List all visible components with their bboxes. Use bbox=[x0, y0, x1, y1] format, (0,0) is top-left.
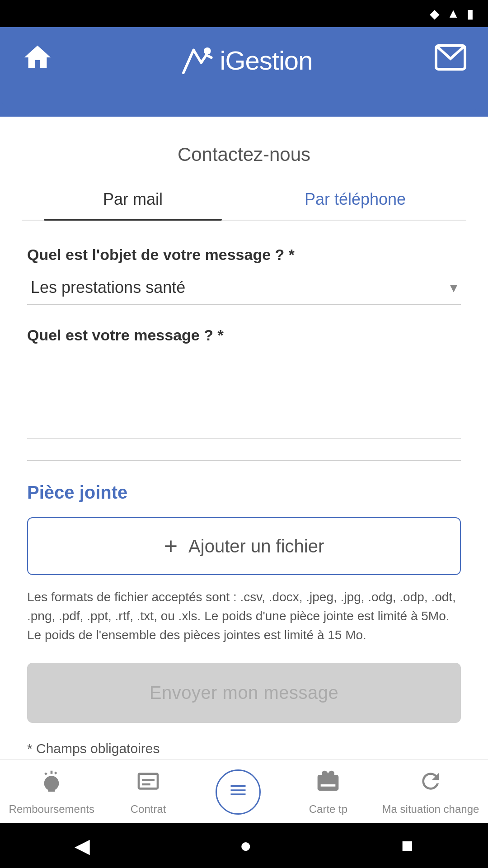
message-label: Quel est votre message ? * bbox=[27, 326, 461, 344]
send-button[interactable]: Envoyer mon message bbox=[27, 663, 461, 723]
recent-button[interactable]: ■ bbox=[401, 834, 413, 857]
home-button[interactable]: ● bbox=[239, 834, 252, 857]
mandatory-note: * Champs obligatoires bbox=[0, 741, 488, 759]
plus-icon: + bbox=[164, 534, 178, 558]
wifi-icon: ◆ bbox=[430, 6, 440, 21]
android-nav: ◀ ● ■ bbox=[0, 823, 488, 868]
message-input[interactable] bbox=[27, 351, 461, 439]
contrat-icon bbox=[136, 769, 161, 799]
nav-active-circle bbox=[216, 769, 261, 815]
back-button[interactable]: ◀ bbox=[75, 834, 90, 857]
carte-tp-icon bbox=[315, 769, 341, 799]
nav-contrat[interactable]: Contrat bbox=[112, 769, 184, 816]
nav-situation[interactable]: Ma situation change bbox=[382, 769, 479, 816]
add-file-label: Ajouter un fichier bbox=[188, 536, 324, 557]
signal-icon: ▲ bbox=[447, 6, 460, 21]
nav-contrat-label: Contrat bbox=[131, 803, 166, 816]
mail-icon[interactable] bbox=[435, 44, 466, 76]
bottom-nav: Remboursements Contrat Carte tp bbox=[0, 759, 488, 823]
piggy-icon bbox=[39, 769, 64, 799]
page-subtitle-wrap: Contactez-nous bbox=[0, 117, 488, 179]
tabs-container: Par mail Par téléphone bbox=[22, 179, 466, 221]
menu-icon bbox=[228, 780, 248, 804]
svg-point-0 bbox=[203, 47, 211, 55]
subject-select[interactable]: Les prestations santé ▾ bbox=[27, 271, 461, 305]
chevron-down-icon: ▾ bbox=[450, 279, 457, 296]
tab-phone[interactable]: Par téléphone bbox=[244, 179, 466, 220]
app-header: iGestion bbox=[0, 27, 488, 117]
battery-icon: ▮ bbox=[467, 6, 474, 21]
nav-situation-label: Ma situation change bbox=[382, 803, 479, 816]
nav-carte-tp[interactable]: Carte tp bbox=[292, 769, 364, 816]
status-bar: ◆ ▲ ▮ bbox=[0, 0, 488, 27]
form-section: Quel est l'objet de votre message ? * Le… bbox=[0, 221, 488, 461]
app-logo: iGestion bbox=[176, 40, 313, 80]
attachment-title: Pièce jointe bbox=[27, 482, 461, 503]
home-icon[interactable] bbox=[22, 42, 53, 79]
subject-value: Les prestations santé bbox=[31, 278, 185, 297]
refresh-icon bbox=[418, 769, 443, 799]
nav-carte-tp-label: Carte tp bbox=[309, 803, 347, 816]
nav-remboursements-label: Remboursements bbox=[9, 803, 94, 816]
add-file-button[interactable]: + Ajouter un fichier bbox=[27, 517, 461, 575]
nav-contact[interactable] bbox=[202, 769, 274, 815]
tab-mail[interactable]: Par mail bbox=[22, 179, 244, 220]
attachment-section: Pièce jointe + Ajouter un fichier Les fo… bbox=[0, 461, 488, 645]
subject-label: Quel est l'objet de votre message ? * bbox=[27, 246, 461, 264]
send-section: Envoyer mon message bbox=[0, 645, 488, 741]
logo-text: iGestion bbox=[220, 45, 313, 75]
page-subtitle: Contactez-nous bbox=[178, 144, 310, 165]
file-info-text: Les formats de fichier acceptés sont : .… bbox=[27, 588, 461, 645]
nav-remboursements[interactable]: Remboursements bbox=[9, 769, 94, 816]
